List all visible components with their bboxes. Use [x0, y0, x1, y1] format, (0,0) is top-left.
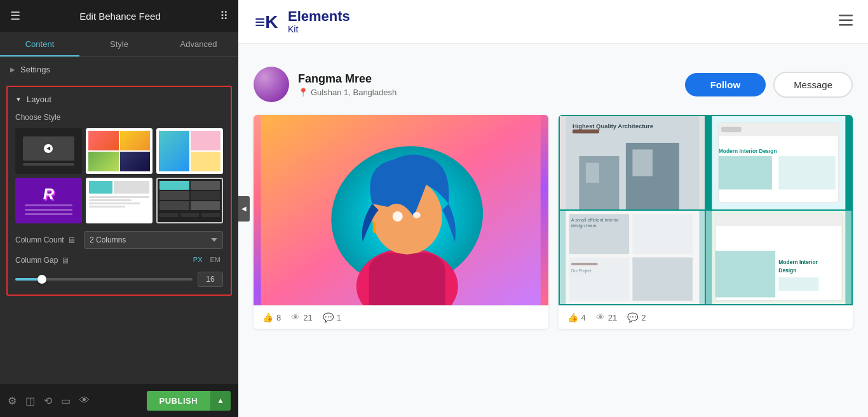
publish-group: PUBLISH ▲ [147, 391, 231, 411]
settings-icon[interactable]: ⚙ [8, 395, 17, 407]
slider-thumb[interactable] [37, 275, 46, 284]
layout-section-header[interactable]: ▼ Layout [15, 95, 223, 104]
svg-rect-37 [715, 214, 843, 226]
arch-cell-3: A small efficient interior design team O… [560, 211, 705, 304]
profile-name: Fangma Mree [298, 72, 676, 86]
preview-navbar: ≡K Elements Kit [238, 0, 868, 44]
settings-section[interactable]: ▶ Settings [0, 57, 238, 82]
card-2-likes: 4 [581, 313, 586, 322]
card-1-image [254, 115, 548, 305]
layers-icon[interactable]: ◫ [25, 395, 35, 407]
hamburger-icon[interactable]: ☰ [10, 9, 20, 23]
card-2-image: Highest Quality Architecture Modern Inte… [559, 115, 853, 305]
history-icon[interactable]: ⟲ [44, 395, 52, 407]
card-2-view-stat: 👁 21 [596, 312, 617, 322]
thumb-1-bar [23, 163, 74, 166]
svg-point-10 [413, 212, 421, 218]
thumb-4-bar-3 [25, 213, 72, 215]
style-thumb-2[interactable] [86, 128, 153, 174]
column-count-row: Column Count 🖥 1 Column 2 Columns 3 Colu… [15, 231, 223, 249]
comment-icon: 💬 [323, 312, 334, 322]
publish-button[interactable]: PUBLISH [147, 391, 211, 411]
like-icon: 👍 [262, 312, 273, 322]
svg-text:Modern Interior Design: Modern Interior Design [719, 148, 777, 154]
thumb-6-cell-1 [159, 181, 189, 190]
settings-arrow-icon: ▶ [10, 66, 15, 73]
column-gap-slider-track[interactable] [15, 278, 193, 281]
thumb-2-cell-4 [120, 152, 151, 171]
svg-rect-24 [719, 156, 772, 190]
thumb-6-bottom-bar-3 [201, 213, 220, 217]
column-count-select[interactable]: 1 Column 2 Columns 3 Columns 4 Columns [84, 231, 223, 249]
svg-rect-16 [632, 150, 653, 176]
style-thumb-3[interactable] [156, 128, 223, 174]
svg-rect-30 [632, 258, 693, 301]
style-thumb-6[interactable] [156, 178, 223, 223]
arch-cell-1: Highest Quality Architecture [560, 116, 705, 209]
avatar-image [254, 67, 289, 102]
grid-icon[interactable]: ⠿ [220, 9, 228, 23]
card-1-stats: 👍 8 👁 21 💬 1 [254, 305, 548, 329]
svg-point-9 [393, 211, 403, 222]
ek-logo-text-line2: Kit [288, 24, 350, 34]
card-2-like-icon: 👍 [567, 312, 578, 322]
svg-text:Modern Interior: Modern Interior [779, 259, 818, 265]
card-2-views: 21 [608, 313, 617, 322]
svg-text:Design: Design [779, 267, 797, 274]
thumb-3-cell-1 [159, 131, 189, 171]
svg-rect-33 [571, 263, 597, 265]
style-thumb-4[interactable]: R [15, 178, 82, 223]
avatar [254, 67, 289, 102]
svg-rect-28 [632, 214, 693, 254]
column-gap-value[interactable]: 16 [198, 272, 223, 287]
thumb-2-cell-1 [88, 131, 119, 150]
thumb-1-arrow-icon: ◀ [44, 144, 53, 153]
eye-icon[interactable]: 👁 [79, 395, 90, 407]
panel-header: ☰ Edit Behance Feed ⠿ [0, 0, 238, 32]
thumb-6-cell-3 [159, 191, 189, 200]
svg-rect-15 [585, 163, 599, 183]
tab-content[interactable]: Content [0, 32, 79, 56]
svg-rect-18 [572, 129, 599, 133]
location-pin-icon: 📍 [298, 88, 308, 97]
card-1-illustration [254, 115, 548, 305]
view-icon: 👁 [291, 312, 300, 322]
thumb-2-cell-2 [120, 131, 151, 150]
profile-actions: Follow Message [685, 72, 853, 98]
portfolio-card-1: 👍 8 👁 21 💬 1 [254, 115, 548, 329]
monitor-icon: 🖥 [67, 235, 76, 245]
svg-text:A small efficient interior: A small efficient interior [571, 217, 619, 223]
thumb-6-cell-4 [191, 191, 220, 200]
responsive-icon[interactable]: ▭ [61, 395, 71, 407]
thumb-5-line-4 [89, 206, 125, 208]
style-thumb-5[interactable] [86, 178, 153, 223]
unit-px-btn[interactable]: PX [191, 255, 205, 264]
profile-header: Fangma Mree 📍 Gulshan 1, Bangladesh Foll… [254, 56, 853, 115]
tab-advanced[interactable]: Advanced [159, 32, 238, 56]
thumb-5-line-1 [89, 196, 149, 198]
toolbar-icons: ⚙ ◫ ⟲ ▭ 👁 [8, 395, 90, 407]
publish-dropdown-button[interactable]: ▲ [210, 391, 231, 411]
card-2-comment-icon: 💬 [627, 312, 638, 322]
tab-style[interactable]: Style [79, 32, 159, 56]
profile-location: 📍 Gulshan 1, Bangladesh [298, 88, 676, 97]
follow-button[interactable]: Follow [685, 73, 766, 96]
layout-section: ▼ Layout Choose Style ◀ [6, 86, 232, 296]
svg-rect-41 [779, 277, 819, 291]
message-button[interactable]: Message [773, 72, 853, 98]
portfolio-grid: 👍 8 👁 21 💬 1 [254, 115, 853, 329]
ek-logo-text-line1: Elements [288, 9, 350, 24]
card-2-view-icon: 👁 [596, 312, 605, 322]
preview-hamburger-icon[interactable] [839, 15, 853, 29]
column-gap-monitor-icon: 🖥 [61, 256, 69, 265]
card-2-stats: 👍 4 👁 21 💬 2 [559, 305, 853, 329]
unit-em-btn[interactable]: EM [208, 255, 224, 264]
collapse-panel-arrow[interactable]: ◀ [238, 196, 250, 222]
column-gap-slider-row: 16 [15, 272, 223, 287]
arch-cell-4: Modern Interior Design [706, 211, 851, 304]
card-2-like-stat: 👍 4 [567, 312, 586, 322]
style-thumb-1[interactable]: ◀ [15, 128, 82, 174]
layout-arrow-icon: ▼ [15, 96, 22, 103]
settings-label: Settings [20, 65, 50, 74]
thumb-5-line-3 [89, 202, 140, 204]
